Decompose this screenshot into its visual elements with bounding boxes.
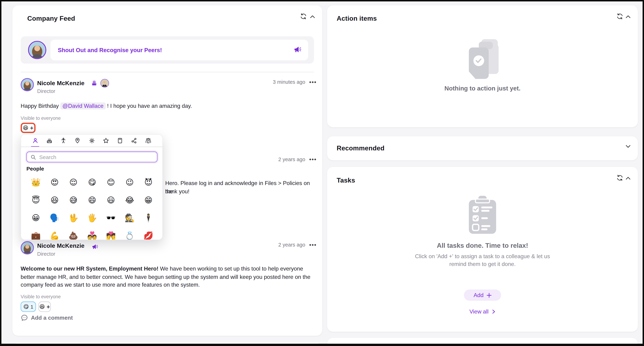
birthday-cake-icon xyxy=(91,80,97,88)
refresh-icon[interactable] xyxy=(616,13,624,20)
emoji-option[interactable]: 😄 xyxy=(83,191,102,209)
reaction-chip[interactable]: 😋 1 xyxy=(21,302,36,312)
emoji-option[interactable]: 😀 xyxy=(26,209,45,227)
post-text: Happy Birthday xyxy=(21,103,60,109)
chevron-right-icon xyxy=(492,310,496,314)
avatar xyxy=(21,241,34,254)
emoji-option[interactable]: 🖐️ xyxy=(83,209,102,227)
emoji-option[interactable]: 😆 xyxy=(45,191,64,209)
add-reaction-button-active[interactable]: 😆+ xyxy=(21,123,36,133)
view-all-link[interactable]: View all xyxy=(470,308,496,315)
emoji-search-box xyxy=(26,152,158,162)
tab-nature-icon[interactable] xyxy=(88,137,95,144)
emoji-option[interactable]: 😈 xyxy=(139,174,158,192)
collapse-chevron-up-icon[interactable] xyxy=(625,14,632,22)
emoji-category-tabs xyxy=(21,135,162,147)
refresh-icon[interactable] xyxy=(300,13,307,20)
emoji-option[interactable]: 🕴️ xyxy=(139,209,158,227)
megaphone-icon xyxy=(92,244,98,251)
view-all-label: View all xyxy=(470,308,488,315)
emoji-grid: 👑😍😌😋😊😉😈😇😆😅😄😃😂😁😀🗣️🖖🖐️🕶️🕵️🕴️💼💪💩💑💏💍💋 xyxy=(26,174,158,240)
emoji-option[interactable]: 😌 xyxy=(64,174,83,192)
emoji-option[interactable]: 😊 xyxy=(102,174,120,192)
post-role: Director xyxy=(37,251,55,257)
mentioned-user-avatar xyxy=(100,79,109,88)
emoji-option[interactable]: 😍 xyxy=(45,174,64,192)
recommended-title: Recommended xyxy=(337,144,384,152)
post-text: ! I hope you have an amazing day. xyxy=(106,103,192,109)
emoji-option[interactable]: 😇 xyxy=(26,191,45,209)
emoji-option[interactable]: 😃 xyxy=(102,191,120,209)
post-role: Director xyxy=(37,88,55,94)
tasks-title: Tasks xyxy=(337,177,355,184)
emoji-option[interactable]: 😋 xyxy=(83,174,102,192)
tab-body-icon[interactable] xyxy=(60,137,67,144)
collapse-chevron-up-icon[interactable] xyxy=(625,176,632,183)
emoji-option[interactable]: 💩 xyxy=(64,227,83,240)
emoji-option[interactable]: 💑 xyxy=(83,227,102,240)
add-reaction-button[interactable]: 😆+ xyxy=(38,302,51,312)
tab-share-icon[interactable] xyxy=(131,137,137,144)
refresh-icon[interactable] xyxy=(616,343,624,346)
tasks-subtext-line1: Click on 'Add +' to assign a task to a c… xyxy=(327,253,638,260)
tab-travel-places-icon[interactable] xyxy=(74,137,81,144)
search-icon xyxy=(30,154,36,160)
expand-chevron-down-icon[interactable] xyxy=(625,144,632,151)
emoji-option[interactable]: 😁 xyxy=(139,191,158,209)
recommended-card: Recommended xyxy=(327,136,638,160)
add-comment-button[interactable]: Add a comment xyxy=(21,314,73,322)
collapse-chevron-up-icon[interactable] xyxy=(625,344,632,346)
tab-objects-icon[interactable] xyxy=(117,137,123,144)
emoji-option[interactable]: 💋 xyxy=(139,227,158,240)
reaction-emoji: 😋 xyxy=(23,304,29,309)
emoji-option[interactable]: 👑 xyxy=(26,174,45,192)
refresh-icon[interactable] xyxy=(616,174,624,182)
add-comment-label: Add a comment xyxy=(31,315,73,321)
collapse-chevron-up-icon[interactable] xyxy=(310,14,317,22)
emoji-option[interactable]: 💍 xyxy=(120,227,139,240)
more-options-icon[interactable] xyxy=(312,244,314,246)
emoji-search-input[interactable] xyxy=(38,154,157,160)
emoji-option[interactable]: 🕶️ xyxy=(102,209,120,227)
add-task-button[interactable]: Add xyxy=(464,290,501,301)
tab-symbols-icon[interactable] xyxy=(102,137,109,144)
shout-out-banner[interactable]: Shout Out and Recognise your Peers! xyxy=(21,36,314,64)
tasks-subtext-line2: remind them to get it done. xyxy=(327,261,638,267)
emoji-option[interactable]: 🕵️ xyxy=(120,209,139,227)
tasks-card: Tasks All tasks done. Time to relax! Cli… xyxy=(327,167,638,332)
plus-icon xyxy=(486,293,491,298)
more-options-icon[interactable] xyxy=(312,81,314,83)
post-body: Welcome to our new HR System, Employment… xyxy=(21,265,311,289)
emoji-option[interactable]: 💪 xyxy=(45,227,64,240)
emoji-option[interactable]: 😅 xyxy=(64,191,83,209)
visibility-label: Visible to everyone xyxy=(21,116,61,120)
post-author[interactable]: Nicole McKenzie xyxy=(37,242,84,249)
empty-documents-illustration xyxy=(465,38,500,81)
tasks-done-clipboard-illustration xyxy=(467,196,498,236)
reaction-count: 1 xyxy=(30,304,34,310)
emoji-option[interactable]: 🖖 xyxy=(64,209,83,227)
add-reaction-emoji-icon: 😆 xyxy=(23,125,28,130)
post-author[interactable]: Nicole McKenzie xyxy=(37,80,84,86)
more-options-icon[interactable] xyxy=(312,159,314,160)
emoji-option[interactable]: 😂 xyxy=(120,191,139,209)
visibility-label: Visible to everyone xyxy=(21,294,61,299)
emoji-option[interactable]: 🗣️ xyxy=(45,209,64,227)
emoji-option[interactable]: 💏 xyxy=(102,227,120,240)
company-feed-card: Company Feed Shout Out and Recognise you… xyxy=(12,5,322,336)
tab-food-icon[interactable] xyxy=(46,137,52,144)
emoji-section-label: People xyxy=(26,166,44,172)
emoji-option[interactable]: 😉 xyxy=(120,174,139,192)
emoji-picker: People 👑😍😌😋😊😉😈😇😆😅😄😃😂😁😀🗣️🖖🖐️🕶️🕵️🕴️💼💪💩💑💏💍💋 xyxy=(21,134,163,240)
divider xyxy=(21,147,162,147)
action-items-card: Action items Nothing to action just yet. xyxy=(327,5,638,127)
tab-groups-icon[interactable] xyxy=(145,137,152,144)
tab-smileys-people-icon[interactable] xyxy=(32,137,38,144)
emoji-option[interactable]: 💼 xyxy=(26,227,45,240)
plus-icon: + xyxy=(46,304,50,310)
shout-out-inner[interactable]: Shout Out and Recognise your Peers! xyxy=(50,40,308,60)
right-next-card-partial xyxy=(327,338,638,346)
add-task-label: Add xyxy=(474,292,484,298)
mention-link[interactable]: @David Wallace xyxy=(60,102,106,110)
feed-next-card-partial xyxy=(12,343,322,346)
